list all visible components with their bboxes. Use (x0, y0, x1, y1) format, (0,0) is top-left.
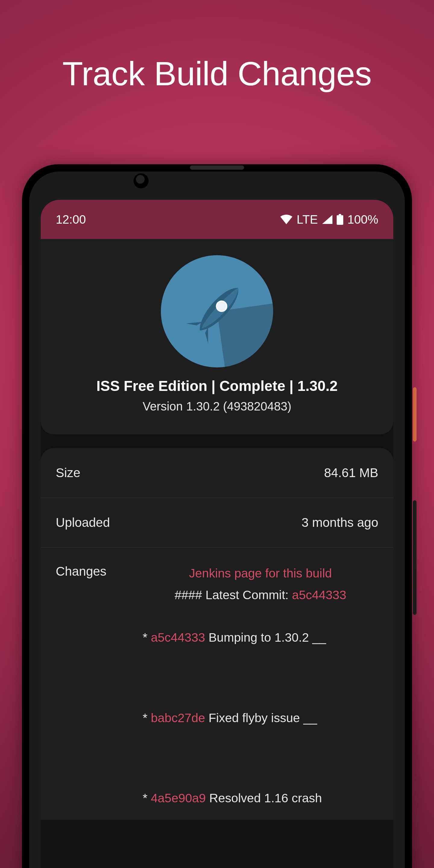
build-title: ISS Free Edition | Complete | 1.30.2 (50, 378, 384, 394)
commit-bullet: * (143, 630, 151, 644)
size-value: 84.61 MB (81, 466, 378, 480)
commit-hash[interactable]: a5c44333 (151, 630, 205, 644)
app-screen: 12:00 LTE 100% (41, 200, 393, 868)
commit-bullet: * (143, 711, 151, 725)
size-label: Size (56, 466, 81, 480)
detail-row-uploaded: Uploaded 3 months ago (41, 498, 393, 548)
phone-inner: 12:00 LTE 100% (29, 172, 405, 868)
app-icon (160, 254, 274, 369)
status-right: LTE 100% (280, 213, 378, 226)
commit-bullet: * (143, 791, 151, 805)
battery-icon (337, 214, 343, 225)
phone-frame: 12:00 LTE 100% (22, 164, 412, 868)
changes-body: Jenkins page for this build #### Latest … (106, 564, 378, 808)
status-bar: 12:00 LTE 100% (41, 200, 393, 239)
commit-hash[interactable]: babc27de (151, 711, 205, 725)
status-time: 12:00 (56, 213, 86, 226)
changes-label: Changes (56, 564, 106, 579)
status-battery-label: 100% (347, 213, 378, 226)
commit-line: * a5c44333 Bumping to 1.30.2 __ (143, 628, 378, 647)
uploaded-value: 3 months ago (110, 516, 378, 530)
jenkins-link[interactable]: Jenkins page for this build (143, 564, 378, 583)
phone-speaker (190, 165, 244, 170)
screen-content: ISS Free Edition | Complete | 1.30.2 Ver… (41, 239, 393, 820)
latest-commit-hash[interactable]: a5c44333 (292, 588, 346, 602)
wifi-icon (280, 215, 292, 224)
build-details-card: Size 84.61 MB Uploaded 3 months ago Chan… (41, 448, 393, 820)
commit-line: * babc27de Fixed flyby issue __ (143, 709, 378, 727)
phone-volume-button (413, 500, 416, 615)
phone-power-button (413, 387, 416, 441)
detail-row-changes: Changes Jenkins page for this build ####… (41, 548, 393, 820)
uploaded-label: Uploaded (56, 516, 110, 530)
svg-rect-0 (339, 214, 341, 215)
commit-msg: Fixed flyby issue __ (205, 711, 317, 725)
promo-canvas: Track Build Changes 12:00 LTE (0, 0, 434, 868)
commit-msg: Resolved 1.16 crash (206, 791, 322, 805)
promo-title: Track Build Changes (0, 54, 434, 93)
commit-msg: Bumping to 1.30.2 __ (205, 630, 326, 644)
build-header-card: ISS Free Edition | Complete | 1.30.2 Ver… (41, 239, 393, 434)
cellular-signal-icon (322, 215, 333, 224)
svg-rect-1 (337, 215, 343, 225)
latest-commit-prefix: #### Latest Commit: (175, 588, 292, 602)
status-network-label: LTE (297, 213, 318, 226)
phone-front-camera (133, 173, 149, 188)
build-version: Version 1.30.2 (493820483) (50, 400, 384, 413)
commit-line: * 4a5e90a9 Resolved 1.16 crash (143, 789, 378, 808)
latest-commit-line: #### Latest Commit: a5c44333 (143, 586, 378, 604)
detail-row-size: Size 84.61 MB (41, 448, 393, 498)
commit-hash[interactable]: 4a5e90a9 (151, 791, 206, 805)
